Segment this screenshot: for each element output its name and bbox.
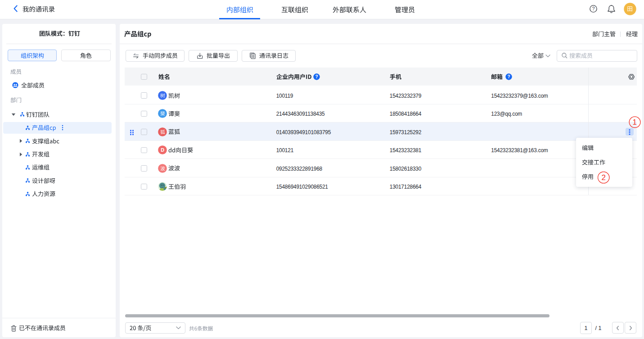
svg-text:?: ? [507, 74, 510, 79]
svg-text:2: 2 [601, 173, 605, 182]
svg-text:?: ? [315, 74, 318, 79]
svg-text:1: 1 [632, 118, 636, 127]
svg-text:?: ? [592, 6, 594, 11]
